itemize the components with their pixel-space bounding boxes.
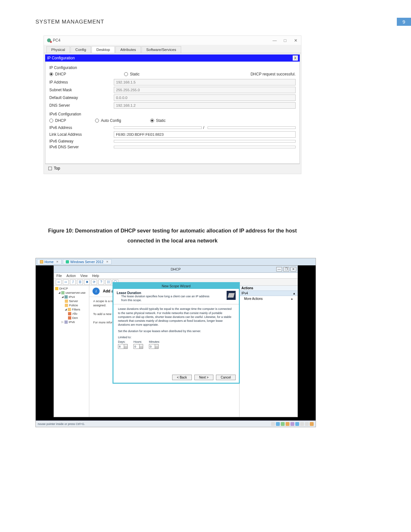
tray-icon[interactable] — [286, 422, 289, 426]
actions-row-ipv4[interactable]: IPv4▲ — [240, 291, 298, 296]
next-button[interactable]: Next > — [194, 375, 213, 380]
tree-item[interactable]: Policie — [55, 303, 89, 307]
tray-icon[interactable] — [271, 422, 275, 426]
tray-icon[interactable] — [295, 422, 299, 426]
top-checkbox[interactable] — [48, 167, 52, 170]
tree-ipv6[interactable]: ▷IPv6 — [55, 320, 89, 324]
pt-tabs: Physical Config Desktop Attributes Softw… — [44, 45, 301, 53]
ipv4-icon — [64, 295, 68, 299]
wizard-head-title: Lease Duration — [117, 291, 213, 295]
tab-attributes[interactable]: Attributes — [115, 46, 141, 53]
dhcp-status: DHCP request successful. — [250, 72, 296, 76]
pt-footer: Top — [45, 164, 300, 172]
forward-icon[interactable]: ⇨ — [63, 280, 69, 285]
cancel-button[interactable]: Cancel — [216, 375, 236, 380]
tree-item[interactable]: Server — [55, 299, 89, 303]
radio-dhcp[interactable]: DHCP — [49, 72, 66, 76]
minutes-spinner[interactable]: 0 — [149, 344, 159, 349]
ipv6-addr-label: IPv6 Address — [49, 125, 114, 130]
vm-tab-server[interactable]: Windows Server 2012✕ — [63, 259, 112, 264]
tab-desktop[interactable]: Desktop — [92, 46, 115, 53]
doc-title: SYSTEM MANAGEMENT — [35, 19, 104, 25]
radio-static-label: Static — [130, 72, 140, 76]
radio-static[interactable]: Static — [124, 72, 140, 76]
ipconfig-close-button[interactable]: X — [293, 55, 298, 61]
dhcp-menubar: File Action View Help — [54, 273, 298, 279]
home-icon — [40, 260, 43, 263]
menu-file[interactable]: File — [56, 274, 62, 278]
days-spinner[interactable]: 8 — [118, 344, 128, 349]
lla-label: Link Local Address — [49, 132, 114, 137]
tree-filters[interactable]: ◢Filters — [55, 307, 89, 311]
minimize-icon[interactable]: — — [276, 267, 282, 271]
delete-icon[interactable]: ✖ — [84, 280, 90, 285]
vm-status-bar: nouse pointer inside or press Ctrl+G. — [36, 420, 316, 427]
windows-server-screenshot: Home✕ Windows Server 2012✕ DHCP — ❐ ✕ Fi… — [35, 258, 316, 427]
gateway-field[interactable]: 0.0.0.0 — [114, 94, 296, 101]
close-icon[interactable]: ✕ — [293, 38, 298, 43]
props-icon[interactable]: ☰ — [77, 280, 83, 285]
up-icon[interactable]: ⤴ — [70, 280, 76, 285]
vm-tab-home[interactable]: Home✕ — [37, 259, 62, 264]
ipv6-radio-dhcp[interactable]: DHCP — [49, 118, 66, 123]
maximize-icon[interactable]: □ — [283, 38, 288, 43]
new-scope-wizard: New Scope Wizard Lease Duration The leas… — [113, 282, 240, 384]
tree-server[interactable]: ◢userserver.use — [55, 291, 89, 295]
tree-item[interactable]: Allo — [55, 311, 89, 316]
tree-item-label: Server — [69, 299, 78, 303]
ipv6-addr-field[interactable] — [114, 126, 202, 129]
back-button[interactable]: < Back — [172, 375, 192, 380]
restore-icon[interactable]: ❐ — [283, 267, 289, 271]
actions-more[interactable]: More Actions▸ — [240, 296, 298, 301]
close-icon[interactable]: ✕ — [290, 267, 296, 271]
menu-help[interactable]: Help — [92, 274, 99, 278]
tray-icon[interactable] — [281, 422, 285, 426]
dhcp-window-title: DHCP — [171, 267, 181, 271]
ip-address-label: IP Address — [49, 80, 114, 84]
server-icon — [66, 260, 69, 263]
vm-tab-server-label: Windows Server 2012 — [70, 260, 103, 264]
radio-icon — [124, 72, 128, 76]
minimize-icon[interactable]: — — [272, 38, 277, 43]
minutes-label: Minutes: — [149, 340, 160, 343]
ipv6-radio-static[interactable]: Static — [150, 118, 166, 123]
tray-icon[interactable] — [290, 422, 294, 426]
help-icon[interactable]: ? — [98, 280, 104, 285]
ipv6-dns-field[interactable] — [114, 146, 296, 148]
close-icon[interactable]: ✕ — [106, 260, 109, 263]
tree-ipv4[interactable]: ◢IPv4 — [55, 295, 89, 299]
tray-icon[interactable] — [276, 422, 280, 426]
tree-item[interactable]: Den — [55, 316, 89, 320]
ip-address-field[interactable]: 192.168.1.5 — [114, 79, 296, 85]
ipv6-prefix-field[interactable] — [208, 126, 296, 129]
ipv6-gw-field[interactable] — [114, 140, 296, 143]
hours-spinner[interactable]: 0 — [133, 344, 143, 349]
letterbox-left — [36, 265, 54, 417]
tab-config[interactable]: Config — [71, 46, 91, 53]
tray-icon[interactable] — [300, 422, 304, 426]
refresh-icon[interactable]: ⟳ — [91, 280, 97, 285]
menu-action[interactable]: Action — [66, 274, 76, 278]
list-icon[interactable]: ☷ — [105, 280, 111, 285]
tray-icon[interactable] — [305, 422, 309, 426]
dns-field[interactable]: 192.168.1.2 — [114, 102, 296, 109]
folder-icon — [65, 300, 68, 303]
tab-physical[interactable]: Physical — [46, 46, 70, 53]
tree-item-label: Filters — [72, 308, 80, 311]
tab-software-services[interactable]: Software/Services — [142, 46, 181, 53]
subnet-field[interactable]: 255.255.255.0 — [114, 87, 296, 93]
wizard-title: New Scope Wizard — [113, 283, 239, 289]
tree-root[interactable]: DHCP — [55, 286, 89, 291]
close-icon[interactable]: ✕ — [56, 260, 59, 263]
chevron-right-icon: ▸ — [291, 297, 293, 300]
tray-icon[interactable] — [310, 422, 314, 426]
back-icon[interactable]: ⇦ — [56, 280, 62, 285]
status-text: nouse pointer inside or press Ctrl+G. — [38, 422, 85, 426]
radio-icon — [49, 72, 53, 76]
wizard-logo-icon — [227, 291, 236, 300]
info-icon: i — [93, 288, 100, 295]
ipv6-radio-auto[interactable]: Auto Config — [95, 118, 121, 123]
lla-field[interactable]: FE80::20D:BDFF:FE01:8823 — [114, 131, 296, 138]
menu-view[interactable]: View — [80, 274, 88, 278]
tree-item-label: Policie — [69, 303, 78, 307]
